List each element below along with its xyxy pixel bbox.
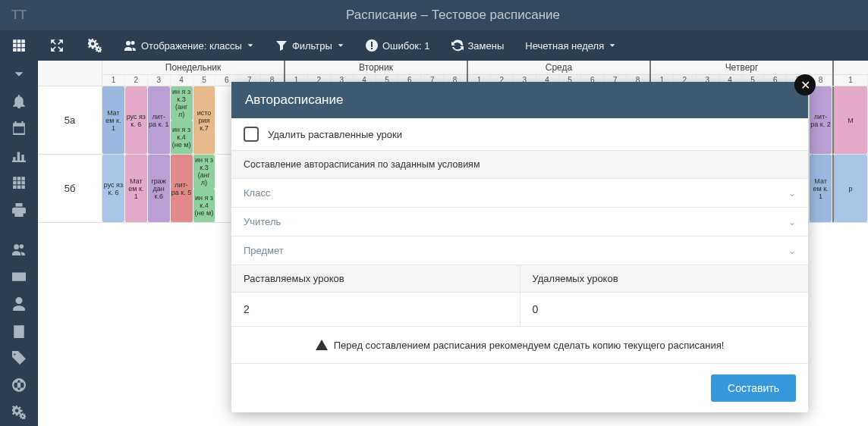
schedule-cell[interactable]: М [834, 86, 868, 154]
sidebar-collapse[interactable] [0, 61, 38, 88]
lesson-block[interactable]: рус яз к. 6 [102, 155, 124, 222]
filters-dropdown[interactable]: Фильтры [265, 30, 355, 61]
schedule-cell[interactable]: Мат ем к. 1 [125, 155, 148, 222]
period-header: 1 [102, 75, 125, 86]
submit-button[interactable]: Составить [711, 374, 796, 402]
sidebar-tag[interactable] [0, 345, 38, 372]
refresh-icon [451, 39, 464, 52]
errors-button[interactable]: Ошибок: 1 [355, 30, 441, 61]
period-header: 5 [193, 75, 216, 86]
sidebar-calendar[interactable] [0, 115, 38, 143]
auto-schedule-modal: Авторасписание ✕ Удалить раставленные ур… [231, 82, 808, 412]
modal-warning: Перед составлением расписания рекомендуе… [231, 326, 808, 363]
sidebar-user[interactable] [0, 290, 38, 318]
lesson-block[interactable]: лит-ра к. 2 [810, 86, 832, 154]
subject-dropdown[interactable]: Предмет ⌄ [231, 236, 808, 265]
week-label: Нечетная неделя [525, 40, 604, 52]
schedule-cell[interactable]: исто рия к.7 [193, 86, 216, 154]
chevron-down-icon [247, 42, 254, 49]
lesson-block[interactable]: ин я з к.3 (анг л) [171, 86, 193, 121]
day-header: Среда [468, 61, 649, 75]
row-label: 5а [38, 86, 102, 154]
schedule-cell[interactable]: рус яз к. 6 [102, 155, 125, 222]
schedule-cell[interactable]: лит-ра к. 1 [148, 86, 171, 154]
modal-close-button[interactable]: ✕ [794, 74, 816, 96]
lesson-block[interactable]: граж дан к.6 [148, 155, 170, 222]
lesson-block[interactable]: р [834, 155, 867, 222]
schedule-cell[interactable]: ин я з к.3 (анг л)ин я з к.4 (не м) [171, 86, 193, 154]
schedule-cell[interactable]: р [834, 155, 868, 222]
users-icon [124, 39, 137, 52]
alert-icon [366, 39, 378, 52]
lesson-block[interactable]: исто рия к.7 [193, 86, 215, 154]
period-header: 3 [148, 75, 171, 86]
filter-icon [275, 39, 288, 52]
class-dropdown[interactable]: Класс ⌄ [231, 179, 808, 208]
sidebar-bell[interactable] [0, 88, 38, 115]
lesson-block[interactable]: ин я з к.3 (анг л) [193, 155, 215, 189]
chevron-down-icon [337, 42, 344, 49]
page-title: Расписание – Тестовое расписание [38, 8, 868, 23]
modal-title: Авторасписание [245, 92, 343, 107]
grid-toggle-button[interactable] [0, 30, 38, 61]
period-header: 2 [125, 75, 148, 86]
fullscreen-button[interactable] [38, 30, 76, 61]
subs-label: Замены [468, 40, 505, 52]
delete-placed-checkbox[interactable] [244, 127, 259, 142]
modal-header: Авторасписание ✕ [231, 82, 808, 118]
deleting-value: 0 [520, 293, 809, 326]
placing-value: 2 [231, 293, 520, 326]
sidebar-print[interactable] [0, 196, 38, 224]
chevron-down-icon: ⌄ [788, 246, 796, 256]
errors-label: Ошибок: 1 [382, 40, 430, 52]
lesson-block[interactable]: Мат ем к. 1 [810, 155, 832, 222]
schedule-cell[interactable]: граж дан к.6 [148, 155, 171, 222]
teacher-dropdown[interactable]: Учитель ⌄ [231, 208, 808, 236]
lesson-block[interactable]: ин я з к.4 (не м) [171, 121, 193, 155]
week-dropdown[interactable]: Нечетная неделя [514, 30, 627, 61]
lesson-block[interactable]: лит-ра к. 1 [148, 86, 170, 154]
schedule-cell[interactable]: лит-ра к. 5 [171, 155, 193, 222]
filters-label: Фильтры [292, 40, 332, 52]
modal-section-header: Составление авторасписания по заданным у… [231, 151, 808, 179]
lesson-block[interactable]: ин я з к.4 (не м) [193, 189, 215, 223]
toolbar: Отображение: классы Фильтры Ошибок: 1 За… [0, 30, 868, 61]
chevron-down-icon: ⌄ [788, 188, 796, 199]
settings-button[interactable] [76, 30, 114, 61]
schedule-cell[interactable]: Мат ем к. 1 [102, 86, 125, 154]
row-label: 5б [38, 155, 102, 222]
lesson-block[interactable]: лит-ра к. 5 [171, 155, 193, 222]
lesson-block[interactable]: Мат ем к. 1 [125, 155, 147, 222]
schedule-cell[interactable]: Мат ем к. 1 [810, 155, 832, 222]
day-header: Вторник [285, 61, 467, 75]
delete-placed-label: Удалить раставленные уроки [268, 129, 796, 140]
chevron-down-icon [609, 42, 616, 49]
lesson-block[interactable]: рус яз к. 6 [125, 86, 147, 154]
warning-icon [316, 339, 328, 351]
day-header: Четверг [651, 61, 832, 75]
schedule-cell[interactable]: ин я з к.3 (анг л)ин я з к.4 (не м) [193, 155, 216, 222]
sidebar-chart[interactable] [0, 142, 38, 169]
deleting-header: Удаляемых уроков [520, 265, 809, 292]
subs-button[interactable]: Замены [441, 30, 515, 61]
period-header: 4 [171, 75, 193, 86]
sidebar-users[interactable] [0, 236, 38, 264]
schedule-cell[interactable]: лит-ра к. 2 [810, 86, 832, 154]
lesson-block[interactable]: Мат ем к. 1 [102, 86, 124, 154]
display-label: Отображение: классы [141, 40, 242, 52]
day-header: Понедельник [102, 61, 284, 75]
schedule-cell[interactable]: рус яз к. 6 [125, 86, 148, 154]
display-dropdown[interactable]: Отображение: классы [114, 30, 265, 61]
lesson-block[interactable]: М [834, 86, 867, 154]
sidebar-settings[interactable] [0, 399, 38, 426]
logo: TT [0, 8, 38, 22]
sidebar-grid[interactable] [0, 169, 38, 196]
sidebar-card[interactable] [0, 263, 38, 290]
placing-header: Раставляемых уроков [231, 265, 520, 292]
sidebar-building[interactable] [0, 318, 38, 345]
chevron-down-icon: ⌄ [788, 217, 796, 227]
sidebar [0, 61, 38, 426]
sidebar-globe[interactable] [0, 371, 38, 399]
